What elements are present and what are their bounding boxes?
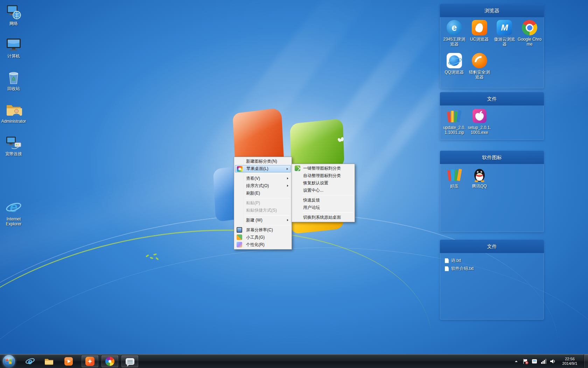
menu-item-screen-resolution[interactable]: 屏幕分辨率(C) bbox=[235, 226, 291, 234]
menu-separator bbox=[303, 195, 353, 196]
media-player-icon bbox=[64, 356, 74, 366]
menu-item-gadgets[interactable]: 小工具(G) bbox=[235, 234, 291, 241]
zip-archive-icon bbox=[447, 108, 462, 124]
text-file-icon bbox=[445, 266, 449, 271]
file-label: 诗.txt bbox=[451, 258, 461, 264]
panel-files-top: 文件 update_2.0.1.1001.zip setup_2.0.1.100… bbox=[440, 92, 544, 140]
submenu-item-quick-feedback[interactable]: 快速反馈 bbox=[293, 197, 354, 204]
file-label: update_2.0.1.1001.zip bbox=[442, 125, 467, 135]
tray-volume[interactable] bbox=[550, 358, 556, 364]
recycle-bin-icon bbox=[5, 69, 22, 86]
taskbar-app-orange[interactable] bbox=[81, 355, 99, 368]
taskbar-media-player[interactable] bbox=[61, 355, 76, 368]
file-row-poem-txt[interactable]: 诗.txt bbox=[445, 257, 539, 265]
desktop-icon-label: Administrator bbox=[1, 119, 27, 124]
panel-title[interactable]: 软件图标 bbox=[440, 151, 544, 164]
chat-bubble-icon bbox=[126, 358, 134, 365]
shortcut-qq-browser[interactable]: QQ浏览器 bbox=[442, 53, 467, 86]
internet-explorer-icon: e bbox=[5, 199, 22, 216]
shortcut-label: UC浏览器 bbox=[470, 37, 489, 42]
menu-separator bbox=[246, 173, 290, 174]
file-setup-exe[interactable]: setup_2.0.1.1001.exe bbox=[467, 108, 492, 140]
shortcut-google-chrome[interactable]: Google Chrome bbox=[517, 20, 542, 53]
ime-icon bbox=[531, 358, 538, 364]
file-update-zip[interactable]: update_2.0.1.1001.zip bbox=[442, 108, 467, 140]
apple-setup-icon bbox=[472, 108, 487, 124]
menu-item-paste: 粘贴(P) bbox=[235, 199, 291, 207]
submenu-item-auto-organize[interactable]: 自动整理图标到分类 bbox=[293, 172, 354, 179]
menu-separator bbox=[303, 212, 353, 213]
submenu-item-switch-original-desktop[interactable]: 切换到系统原始桌面 bbox=[293, 214, 354, 221]
submenu-item-user-forum[interactable]: 用户论坛 bbox=[293, 204, 354, 211]
windows-logo-icon bbox=[3, 355, 15, 367]
flower-pinwheel-icon bbox=[105, 357, 114, 366]
submenu-item-restore-defaults[interactable]: 恢复默认设置 bbox=[293, 179, 354, 187]
shortcut-maxthon-browser[interactable]: 傲游云浏览器 bbox=[492, 20, 517, 53]
internet-explorer-icon: e bbox=[25, 356, 35, 366]
apple-desktop-icon bbox=[237, 166, 243, 172]
taskbar-clock[interactable]: 22:56 2014/9/1 bbox=[559, 357, 581, 366]
file-row-software-intro-txt[interactable]: 软件介绍.txt bbox=[445, 265, 539, 273]
shortcut-2345-browser[interactable]: 2345王牌浏览器 bbox=[442, 20, 467, 53]
menu-separator bbox=[246, 198, 290, 198]
personalize-icon bbox=[237, 242, 242, 247]
tray-network[interactable] bbox=[540, 358, 547, 364]
menu-item-personalize[interactable]: 个性化(R) bbox=[235, 241, 291, 248]
desktop-icon-network[interactable]: 网络 bbox=[1, 4, 27, 26]
computer-icon bbox=[5, 36, 22, 53]
clock-time: 22:56 bbox=[559, 357, 581, 361]
broadband-connection-icon bbox=[5, 134, 22, 151]
clock-date: 2014/9/1 bbox=[559, 361, 581, 366]
shortcut-label: 好压 bbox=[450, 184, 458, 189]
shortcut-haozip[interactable]: 好压 bbox=[442, 167, 467, 200]
submenu-item-one-key-organize[interactable]: 一键整理图标到分类 bbox=[293, 165, 354, 172]
desktop-icon-administrator[interactable]: Administrator bbox=[1, 101, 27, 124]
submenu-arrow-icon bbox=[287, 219, 288, 221]
panel-browsers: 浏览器 2345王牌浏览器 UC浏览器 傲游云浏览器 Google Chrome bbox=[440, 4, 544, 88]
show-desktop-button[interactable] bbox=[584, 354, 588, 368]
shortcut-label: Google Chrome bbox=[517, 37, 542, 47]
menu-item-new-icon-category[interactable]: 新建图标分类(N) bbox=[235, 158, 291, 165]
desktop-icon-label: 回收站 bbox=[1, 86, 27, 91]
menu-item-new[interactable]: 新建 (W) bbox=[235, 217, 291, 224]
maxthon-browser-icon bbox=[497, 20, 512, 35]
taskbar-app-desktop-organizer[interactable] bbox=[101, 355, 119, 368]
orange-app-icon bbox=[85, 357, 94, 366]
desktop-icon-label: Internet Explorer bbox=[1, 217, 27, 226]
taskbar-windows-explorer[interactable] bbox=[41, 355, 57, 368]
taskbar-app-messenger[interactable] bbox=[121, 355, 139, 368]
uc-browser-icon bbox=[472, 20, 487, 35]
start-button[interactable] bbox=[3, 355, 15, 367]
menu-separator bbox=[246, 215, 290, 216]
shortcut-tencent-qq[interactable]: 腾讯QQ bbox=[467, 167, 492, 200]
text-file-icon bbox=[445, 258, 449, 263]
network-icon bbox=[5, 4, 22, 20]
haozip-icon bbox=[447, 167, 462, 182]
desktop-icon-internet-explorer[interactable]: e Internet Explorer bbox=[1, 199, 27, 226]
desktop-icon-recycle-bin[interactable]: 回收站 bbox=[1, 69, 27, 91]
tray-action-center[interactable] bbox=[522, 358, 528, 364]
shortcut-label: 腾讯QQ bbox=[472, 184, 487, 189]
menu-item-view[interactable]: 查看(V) bbox=[235, 175, 291, 182]
submenu-arrow-icon bbox=[287, 177, 288, 179]
wallpaper-leaf-sprig bbox=[146, 253, 160, 262]
desktop-icon-broadband[interactable]: 宽带连接 bbox=[1, 134, 27, 156]
submenu-item-settings-center[interactable]: 设置中心... bbox=[293, 187, 354, 194]
panel-title[interactable]: 文件 bbox=[440, 240, 544, 253]
tray-input-method[interactable] bbox=[531, 358, 538, 364]
panel-title[interactable]: 文件 bbox=[440, 92, 544, 105]
tray-show-hidden-icons[interactable] bbox=[513, 358, 519, 364]
panel-title[interactable]: 浏览器 bbox=[440, 4, 544, 17]
desktop-context-menu: 新建图标分类(N) 苹果桌面(L) 查看(V) 排序方式(O) 刷新(E) 粘贴… bbox=[234, 157, 292, 250]
menu-item-refresh[interactable]: 刷新(E) bbox=[235, 190, 291, 197]
shortcut-uc-browser[interactable]: UC浏览器 bbox=[467, 20, 492, 53]
flag-alert-icon bbox=[522, 358, 528, 364]
menu-item-sort-by[interactable]: 排序方式(O) bbox=[235, 182, 291, 190]
shortcut-label: 2345王牌浏览器 bbox=[442, 37, 467, 47]
shortcut-label: QQ浏览器 bbox=[445, 70, 464, 75]
shortcut-cheetah-browser[interactable]: 猎豹安全浏览器 bbox=[467, 53, 492, 86]
desktop-icon-computer[interactable]: 计算机 bbox=[1, 36, 27, 59]
menu-item-apple-desktop[interactable]: 苹果桌面(L) bbox=[235, 165, 291, 172]
wallpaper-grass-arc bbox=[0, 195, 452, 368]
taskbar-internet-explorer[interactable]: e bbox=[22, 355, 38, 368]
